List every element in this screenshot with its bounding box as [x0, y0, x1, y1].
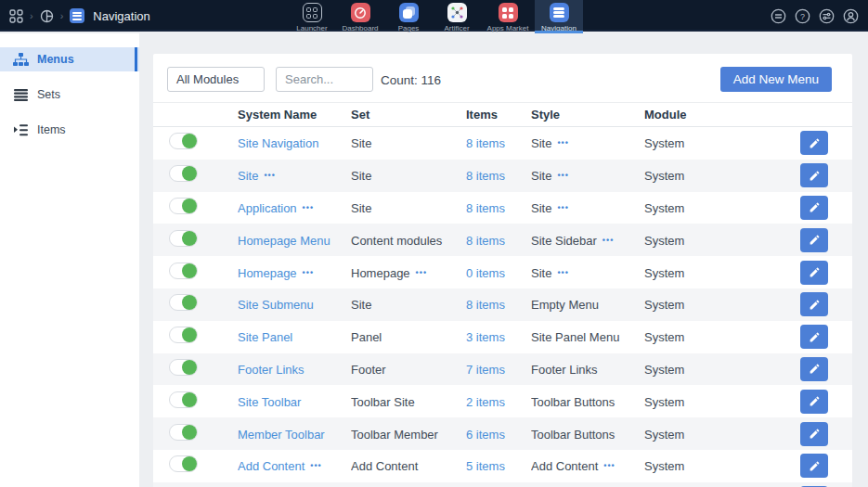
- set-label: Toolbar Member: [351, 428, 438, 442]
- edit-button[interactable]: [800, 390, 828, 414]
- column-header-module: Module: [644, 108, 800, 122]
- menu-name-link[interactable]: Site Toolbar: [238, 395, 301, 409]
- items-count-link[interactable]: 0 items: [466, 266, 505, 280]
- menu-enabled-toggle[interactable]: [169, 198, 198, 214]
- menu-name-link[interactable]: Member Toolbar: [238, 428, 325, 442]
- tab-artificer[interactable]: Artificer: [433, 0, 481, 33]
- launcher-grid-icon: [303, 3, 322, 22]
- menu-name-link[interactable]: Homepage Menu: [238, 234, 330, 248]
- ellipsis-icon[interactable]: •••: [416, 268, 427, 277]
- edit-button[interactable]: [800, 292, 828, 316]
- help-icon[interactable]: ?: [795, 8, 810, 24]
- style-label: Site Panel Menu: [531, 330, 619, 344]
- tab-navigation[interactable]: Navigation: [535, 0, 583, 33]
- menu-enabled-toggle[interactable]: [169, 165, 198, 182]
- tab-launcher[interactable]: Launcher: [288, 0, 336, 33]
- add-new-menu-button[interactable]: Add New Menu: [720, 67, 832, 92]
- menu-enabled-toggle[interactable]: [169, 230, 198, 247]
- items-count-link[interactable]: 7 items: [466, 363, 505, 377]
- table-row: Site••• Site••• 8 items Site••• System: [153, 160, 852, 192]
- sidebar-item-label: Sets: [37, 88, 60, 101]
- menu-enabled-toggle[interactable]: [169, 455, 198, 472]
- edit-button[interactable]: [800, 228, 828, 252]
- tab-pages[interactable]: Pages: [384, 0, 433, 33]
- menu-enabled-toggle[interactable]: [169, 391, 198, 408]
- items-count-link[interactable]: 5 items: [466, 459, 505, 473]
- sidebar-item-items[interactable]: Items: [0, 118, 139, 142]
- items-count-link[interactable]: 8 items: [466, 234, 505, 248]
- edit-button[interactable]: [800, 357, 828, 381]
- settings-icon[interactable]: [819, 8, 835, 24]
- menu-name-link[interactable]: Application: [238, 201, 297, 215]
- table-row-partial: [153, 482, 852, 487]
- apps-grid-icon[interactable]: [9, 9, 23, 23]
- sidebar: Menus Sets Items: [0, 33, 139, 487]
- ellipsis-icon[interactable]: •••: [303, 203, 314, 212]
- ellipsis-icon[interactable]: •••: [310, 461, 321, 470]
- sidebar-item-menus[interactable]: Menus: [0, 47, 139, 71]
- tab-apps-market[interactable]: Apps Market: [481, 0, 535, 33]
- module-label: System: [644, 330, 684, 344]
- edit-button[interactable]: [800, 454, 828, 478]
- ellipsis-icon[interactable]: •••: [264, 171, 275, 180]
- ellipsis-icon[interactable]: •••: [602, 236, 614, 245]
- menu-name-link[interactable]: Site: [238, 169, 258, 183]
- menu-enabled-toggle[interactable]: [169, 294, 198, 311]
- edit-button[interactable]: [800, 131, 828, 155]
- menu-name-link[interactable]: Add Content: [238, 459, 304, 473]
- menu-enabled-toggle[interactable]: [169, 424, 198, 441]
- column-header-system-name: System Name: [238, 108, 351, 122]
- menu-name-link[interactable]: Site Panel: [238, 330, 292, 344]
- set-label: Site: [351, 136, 371, 150]
- module-label: System: [644, 266, 684, 280]
- site-circle-icon[interactable]: [40, 9, 54, 23]
- module-filter-select[interactable]: All Modules: [167, 67, 265, 92]
- sidebar-item-sets[interactable]: Sets: [0, 83, 139, 107]
- menu-name-link[interactable]: Homepage: [238, 266, 297, 280]
- set-label: Add Content: [351, 459, 418, 473]
- table-row: Member Toolbar••• Toolbar Member••• 6 it…: [153, 417, 852, 450]
- items-count-link[interactable]: 8 items: [466, 136, 505, 150]
- items-count-link[interactable]: 6 items: [466, 428, 505, 442]
- ellipsis-icon[interactable]: •••: [557, 171, 568, 180]
- menu-enabled-toggle[interactable]: [169, 359, 198, 376]
- menu-enabled-toggle[interactable]: [169, 133, 198, 149]
- items-count-link[interactable]: 2 items: [466, 395, 505, 409]
- module-label: System: [644, 428, 684, 442]
- set-label: Site: [351, 201, 371, 215]
- module-label: System: [644, 234, 684, 248]
- set-label: Site: [351, 169, 371, 183]
- message-icon[interactable]: [771, 8, 786, 24]
- tab-dashboard[interactable]: Dashboard: [336, 0, 384, 33]
- column-header-set: Set: [351, 108, 466, 122]
- menu-name-link[interactable]: Site Submenu: [238, 298, 314, 312]
- edit-button[interactable]: [800, 422, 828, 446]
- edit-button[interactable]: [800, 163, 828, 187]
- style-label: Footer Links: [531, 363, 598, 377]
- ellipsis-icon[interactable]: •••: [603, 461, 615, 470]
- ellipsis-icon[interactable]: •••: [557, 203, 568, 212]
- table-row: Site Navigation••• Site••• 8 items Site•…: [153, 127, 852, 160]
- sitemap-icon: [13, 53, 29, 67]
- module-label: System: [644, 395, 684, 409]
- table-row: Add Content••• Add Content••• 5 items Ad…: [153, 450, 852, 482]
- items-count-link[interactable]: 3 items: [466, 330, 505, 344]
- edit-button[interactable]: [800, 261, 828, 285]
- items-count-link[interactable]: 8 items: [466, 201, 505, 215]
- menu-name-link[interactable]: Footer Links: [238, 363, 304, 377]
- module-label: System: [644, 298, 684, 312]
- items-count-link[interactable]: 8 items: [466, 298, 505, 312]
- indented-list-icon: [13, 123, 29, 137]
- app-switcher: Launcher Dashboard Pages Artif: [288, 0, 583, 33]
- menu-enabled-toggle[interactable]: [169, 263, 198, 279]
- items-count-link[interactable]: 8 items: [466, 169, 505, 183]
- menu-enabled-toggle[interactable]: [169, 327, 198, 343]
- ellipsis-icon[interactable]: •••: [557, 268, 568, 277]
- search-input[interactable]: [276, 67, 373, 92]
- edit-button[interactable]: [800, 325, 828, 349]
- edit-button[interactable]: [800, 196, 828, 220]
- ellipsis-icon[interactable]: •••: [557, 138, 568, 147]
- profile-icon[interactable]: [843, 8, 859, 24]
- menu-name-link[interactable]: Site Navigation: [238, 136, 318, 150]
- ellipsis-icon[interactable]: •••: [303, 268, 314, 277]
